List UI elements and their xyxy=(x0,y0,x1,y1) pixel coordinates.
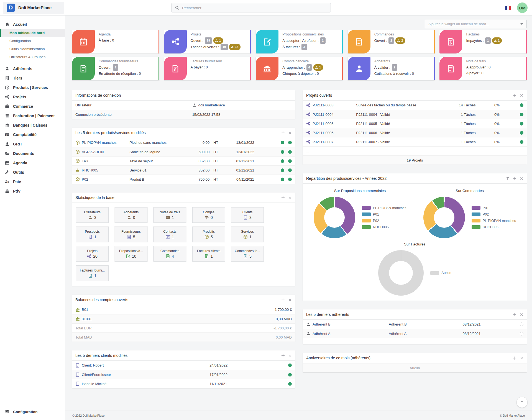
stat-box-produits[interactable]: Produits5 xyxy=(192,227,225,242)
account-label[interactable]: B01 xyxy=(82,308,88,312)
move-icon[interactable] xyxy=(281,131,285,135)
chart-title: Sur Propositions commerciales xyxy=(334,189,386,193)
sidebar-item-grh[interactable]: GRH xyxy=(0,140,65,148)
kpi-card-propositions-commerciales[interactable]: Propositions commercialesA accepter | A … xyxy=(256,30,343,53)
search-input[interactable] xyxy=(182,6,327,10)
scroll-to-top-button[interactable] xyxy=(516,397,528,408)
member-label[interactable]: Adhérent A xyxy=(389,332,406,336)
move-icon[interactable] xyxy=(281,196,285,199)
project-link[interactable]: PJ2111-0007 xyxy=(313,140,333,144)
stat-box-utilisateurs[interactable]: Utilisateurs3 xyxy=(76,207,109,223)
projects-more-row[interactable]: ... xyxy=(303,146,527,155)
close-icon[interactable] xyxy=(520,177,523,180)
kpi-card-note-de-frais[interactable]: Note de fraisA approuver : 0A payer : 0 xyxy=(439,57,527,80)
move-icon[interactable] xyxy=(513,94,516,97)
stat-box-cong-s[interactable]: Congés0 xyxy=(192,207,225,223)
sidebar-item-facturation-paiement[interactable]: Facturation | Paiement xyxy=(0,111,65,120)
kpi-card-commandes[interactable]: CommandesOuvert :22 xyxy=(348,30,435,53)
sidebar-item-banques-caisses[interactable]: Banques | Caisses xyxy=(0,121,65,130)
product-link[interactable]: RHCH005 xyxy=(82,168,98,172)
kpi-card-commandes-fournisseurs[interactable]: Commandes fournisseursOuvert :2En attent… xyxy=(72,57,159,80)
stat-box-factures-fourni[interactable]: Factures fourni...1 xyxy=(76,265,109,281)
sidebar-item-accueil[interactable]: Accueil xyxy=(0,20,65,29)
stat-box-notes-de-frais[interactable]: Notes de frais1 xyxy=(154,207,186,223)
member-link[interactable]: Adhérent A xyxy=(313,332,330,336)
table-row: P02Produit B750,00HT04/11/2021 xyxy=(72,175,295,184)
move-icon[interactable] xyxy=(513,313,516,316)
member-link[interactable]: Adhérent B xyxy=(313,322,331,326)
stat-box-clients[interactable]: Clients3 xyxy=(231,207,264,223)
client-link[interactable]: Isabelle Mickaël xyxy=(82,382,108,386)
filter-icon[interactable] xyxy=(506,177,510,180)
client-link[interactable]: Client/Fournisseur xyxy=(82,373,111,377)
kpi-card-factures[interactable]: FacturesImpayées :11 xyxy=(439,30,527,53)
kpi-card-agenda[interactable]: AgendaÀ faire : 0 xyxy=(72,30,159,53)
sidebar-item-configuration-bottom[interactable]: Configuration xyxy=(0,407,65,416)
sidebar-item-agenda[interactable]: Agenda xyxy=(0,158,65,167)
kpi-card-projets[interactable]: ProjetsOuvert :191Tâches ouvertes :1918 xyxy=(164,30,251,53)
sidebar-item-comptabilit[interactable]: Comptabilité xyxy=(0,130,65,139)
sidebar-item-projets[interactable]: Projets xyxy=(0,93,65,101)
product-link[interactable]: TAX xyxy=(82,159,88,163)
kpi-accent-bar xyxy=(526,30,527,53)
close-icon[interactable] xyxy=(520,356,523,360)
kpi-card-compte-bancaire[interactable]: Compte bancaireA rapprocher :41Chèques à… xyxy=(256,57,343,80)
stat-box-commandes[interactable]: Commandes4 xyxy=(154,246,186,262)
move-icon[interactable] xyxy=(513,356,516,360)
add-widget-select[interactable]: Ajouter le widget au tableau de bord... xyxy=(425,20,527,28)
kpi-accent-bar xyxy=(158,57,159,80)
status-dot xyxy=(288,363,292,367)
stat-box-prospects[interactable]: Prospects1 xyxy=(76,227,109,242)
sidebar-item-mon-tableau-de-bord[interactable]: Mon tableau de bord xyxy=(0,29,65,37)
close-icon[interactable] xyxy=(288,298,292,302)
product-tax: HT xyxy=(209,150,227,154)
stat-box-propositions-d[interactable]: Propositions/d...10 xyxy=(115,246,147,262)
move-icon[interactable] xyxy=(281,298,285,302)
stat-box-fournisseurs[interactable]: Fournisseurs5 xyxy=(115,227,147,242)
product-link[interactable]: P02 xyxy=(82,177,88,181)
status-dot xyxy=(288,373,292,377)
product-link[interactable]: AGR-SABFIN xyxy=(82,150,104,154)
app-brand[interactable]: D Doli MarketPlace xyxy=(3,2,64,14)
member-label[interactable]: Adhérent B xyxy=(389,322,407,326)
sidebar-item-tiers[interactable]: Tiers xyxy=(0,74,65,83)
sidebar-item-commerce[interactable]: Commerce xyxy=(0,102,65,111)
sidebar-item-utilisateurs-groupes[interactable]: Utilisateurs & Groupes xyxy=(0,53,65,61)
stat-box-adh-rents[interactable]: Adhérents0 xyxy=(115,207,147,223)
stat-box-factures-clients[interactable]: Factures clients1 xyxy=(192,246,225,262)
stat-label: Factures fourni... xyxy=(80,268,105,272)
stat-box-contacts[interactable]: Contacts1 xyxy=(154,227,186,242)
sidebar-item-configuration[interactable]: Configuration xyxy=(0,37,65,45)
move-icon[interactable] xyxy=(513,177,516,180)
project-link[interactable]: PJ2111-0005 xyxy=(313,122,333,126)
project-link[interactable]: PJ2111-0003 xyxy=(313,103,333,107)
row-value[interactable]: doli marketPlace xyxy=(198,103,225,107)
sidebar-item-adh-rents[interactable]: Adhérents xyxy=(0,64,65,73)
kpi-card-factures-fournisseur[interactable]: Factures fournisseurA payer : 0 xyxy=(164,57,251,80)
sidebar-item-outils[interactable]: Outils xyxy=(0,168,65,177)
sidebar-item-paie[interactable]: Paie xyxy=(0,177,65,186)
user-avatar[interactable]: DM xyxy=(517,2,528,13)
kpi-line: A approuver : 0 xyxy=(466,64,490,70)
sidebar-item-pdv[interactable]: PdV xyxy=(0,187,65,196)
close-icon[interactable] xyxy=(288,354,292,357)
project-link[interactable]: PJ2111-0006 xyxy=(313,131,333,135)
close-icon[interactable] xyxy=(288,196,292,199)
kpi-card-adh-rents[interactable]: AdhérentsÀ valider :2Cotisations à recev… xyxy=(348,57,435,80)
stat-box-commandes-fo[interactable]: Commandes fo...5 xyxy=(231,246,264,262)
move-icon[interactable] xyxy=(281,354,285,357)
product-link[interactable]: PL-PIOPAN-manches xyxy=(82,140,116,145)
global-search[interactable] xyxy=(171,3,331,12)
close-icon[interactable] xyxy=(520,313,523,316)
project-link[interactable]: PJ2111-0004 xyxy=(313,112,333,117)
close-icon[interactable] xyxy=(520,94,523,97)
account-label[interactable]: 01001 xyxy=(82,317,92,321)
close-icon[interactable] xyxy=(288,131,292,135)
client-link[interactable]: Client: Robert xyxy=(82,363,104,367)
stat-box-projets[interactable]: Projets20 xyxy=(76,246,109,262)
sidebar-item-documents[interactable]: Documents xyxy=(0,149,65,158)
sidebar-item-outils-d-administration[interactable]: Outils d'administration xyxy=(0,45,65,53)
stat-box-services[interactable]: Services1 xyxy=(231,227,264,242)
language-flag-icon[interactable] xyxy=(505,6,511,10)
sidebar-item-produits-services[interactable]: Produits | Services xyxy=(0,83,65,92)
